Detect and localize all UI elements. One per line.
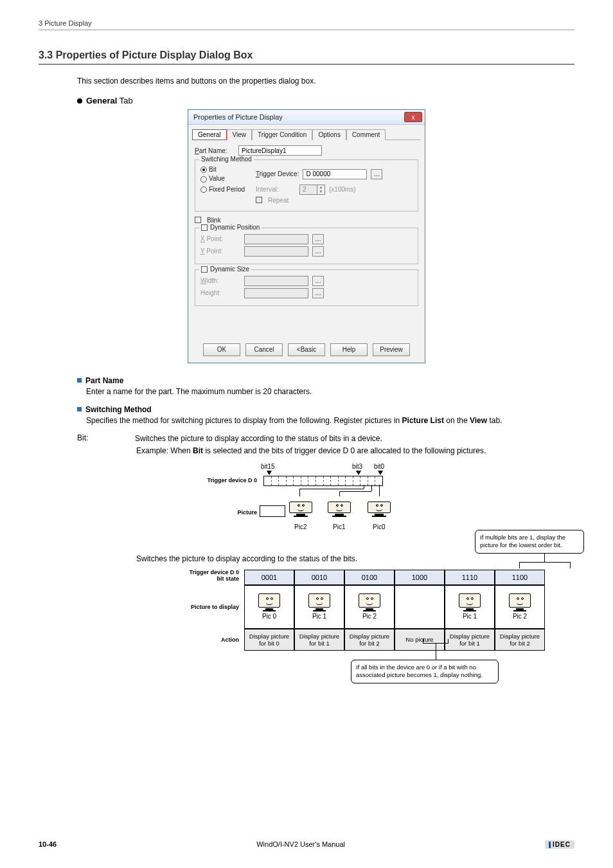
section-title: 3.3 Properties of Picture Display Dialog… — [39, 50, 574, 65]
monitor-icon — [328, 502, 351, 518]
height-input — [244, 288, 308, 298]
trigger-device-label: Trigger Device: — [256, 170, 299, 177]
brand-logo: IDEC — [545, 840, 574, 849]
part-name-label: Part Name: — [195, 147, 235, 154]
row-label-picture: Picture to display — [180, 585, 244, 629]
trigger-device-browse-button[interactable]: … — [371, 169, 382, 179]
dynamic-position-checkbox[interactable] — [201, 224, 208, 231]
manual-title: WindO/I-NV2 User's Manual — [256, 840, 345, 848]
bitstate-cell: 0100 — [344, 570, 395, 585]
picture-cell: Pic 2 — [344, 585, 395, 629]
monitor-icon — [289, 502, 312, 518]
basic-button[interactable]: < Basic — [288, 343, 325, 356]
bit15-label: bit15 — [261, 463, 275, 470]
radio-fixed-period[interactable]: Fixed Period — [200, 186, 252, 193]
ypoint-browse-button: … — [312, 246, 324, 257]
interval-input — [299, 185, 317, 195]
preview-button[interactable]: Preview — [373, 343, 410, 356]
tab-trigger-condition[interactable]: Trigger Condition — [252, 129, 312, 140]
tab-general[interactable]: General — [192, 129, 227, 140]
dynamic-size-group: Dynamic Size Width: … Height: … — [195, 269, 418, 306]
switch-text-2: Switches the picture to display accordin… — [136, 554, 574, 563]
dynamic-size-title: Dynamic Size — [199, 266, 251, 273]
pic0-label: Pic0 — [373, 523, 385, 530]
bullet-icon — [77, 98, 82, 104]
bitstate-cell: 1110 — [445, 570, 495, 585]
interval-spinner: ▲▼ — [299, 185, 325, 195]
bit0-label: bit0 — [374, 463, 384, 470]
close-button[interactable]: x — [404, 112, 422, 122]
general-tab-heading: General Tab — [86, 96, 133, 105]
properties-dialog: Properties of Picture Display x General … — [188, 109, 425, 363]
cancel-button[interactable]: Cancel — [245, 343, 283, 356]
action-cell: Display picture for bit 1 — [294, 629, 344, 651]
repeat-label: Repeat — [268, 197, 289, 204]
spinner-arrows-icon: ▲▼ — [317, 185, 325, 195]
ypoint-input — [244, 246, 308, 257]
picture-cell-empty — [395, 585, 445, 629]
row-label-bitstate: Trigger device D 0 bit state — [180, 570, 244, 585]
arrow-down-icon — [267, 471, 272, 475]
row-label-action: Action — [180, 629, 244, 651]
square-bullet-icon — [77, 378, 82, 383]
help-button[interactable]: Help — [330, 343, 368, 356]
monitor-icon — [368, 502, 391, 518]
arrow-down-icon — [356, 471, 361, 475]
switching-method-title: Switching Method — [199, 156, 254, 163]
bit-def-line1: Switches the picture to display accordin… — [135, 433, 574, 444]
running-header: 3 Picture Display — [39, 19, 574, 30]
ok-button[interactable]: OK — [203, 343, 240, 356]
bit-example: Example: When Bit is selected and the bi… — [136, 446, 574, 457]
switching-method-desc: Specifies the method for switching pictu… — [86, 415, 574, 426]
dialog-titlebar: Properties of Picture Display x — [188, 110, 425, 125]
blink-label: Blink — [207, 217, 221, 224]
picture-cell: Pic 1 — [294, 585, 344, 629]
dialog-tabs: General View Trigger Condition Options C… — [188, 125, 425, 140]
bit-allocation-diagram: bit15 bit3 bit0 Trigger device D 0 Pictu… — [199, 463, 411, 547]
interval-label: Interval: — [256, 186, 296, 193]
width-input — [244, 276, 308, 286]
interval-suffix: (x100ms) — [329, 186, 356, 193]
dynamic-position-title: Dynamic Position — [199, 224, 262, 231]
callout-top: If multiple bits are 1, display the pict… — [475, 530, 584, 554]
tab-view[interactable]: View — [227, 129, 253, 140]
bit-term: Bit: — [77, 433, 109, 444]
action-cell: Display picture for bit 1 — [445, 629, 495, 651]
pic1-label: Pic1 — [333, 523, 345, 530]
page-number: 10-46 — [39, 840, 57, 848]
bitstate-cell: 1000 — [395, 570, 445, 585]
picture-cell: Pic 2 — [495, 585, 545, 629]
height-browse-button: … — [312, 288, 324, 298]
action-cell: Display picture for bit 2 — [495, 629, 545, 651]
dynamic-position-group: Dynamic Position X Point: … Y Point: … — [195, 228, 418, 264]
picture-cell: Pic 1 — [445, 585, 495, 629]
xpoint-label: X Point: — [200, 235, 240, 242]
intro-text: This section describes items and buttons… — [77, 77, 574, 86]
bit3-label: bit3 — [352, 463, 362, 470]
pic2-label: Pic2 — [294, 523, 306, 530]
tab-comment[interactable]: Comment — [346, 129, 386, 140]
square-bullet-icon — [77, 407, 82, 411]
state-table: If multiple bits are 1, display the pict… — [180, 570, 574, 651]
switching-method-group: Switching Method Bit Value Trigger Devic… — [195, 159, 418, 212]
tab-options[interactable]: Options — [312, 129, 346, 140]
height-label: Height: — [200, 289, 240, 296]
blink-checkbox[interactable] — [195, 217, 201, 223]
part-name-input[interactable] — [238, 145, 322, 156]
width-browse-button: … — [312, 276, 324, 286]
page-footer: 10-46 WindO/I-NV2 User's Manual IDEC — [39, 840, 574, 849]
picture-label: Picture — [218, 509, 257, 516]
bitstate-cell: 0001 — [244, 570, 294, 585]
bitstate-cell: 0010 — [294, 570, 344, 585]
action-cell: Display picture for bit 0 — [244, 629, 294, 651]
radio-bit[interactable]: Bit — [200, 166, 252, 173]
arrow-down-icon — [378, 471, 383, 475]
ypoint-label: Y Point: — [200, 248, 240, 255]
radio-value[interactable]: Value — [200, 175, 252, 182]
part-name-desc: Enter a name for the part. The maximum n… — [86, 386, 574, 397]
dynamic-size-checkbox[interactable] — [201, 266, 208, 273]
dialog-title: Properties of Picture Display — [193, 113, 283, 121]
width-label: Width: — [200, 277, 240, 284]
action-cell: Display picture for bit 2 — [344, 629, 395, 651]
trigger-device-input[interactable] — [303, 169, 367, 179]
